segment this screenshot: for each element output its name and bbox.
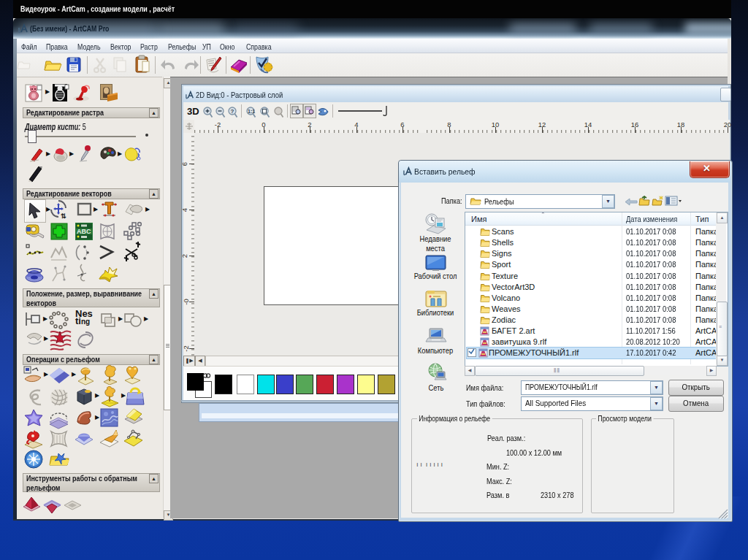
svg-text:1:1: 1:1 [248,109,255,114]
svg-text:ABC: ABC [77,228,91,235]
svg-text:?: ? [231,108,234,115]
svg-text:⇅: ⇅ [61,212,66,220]
